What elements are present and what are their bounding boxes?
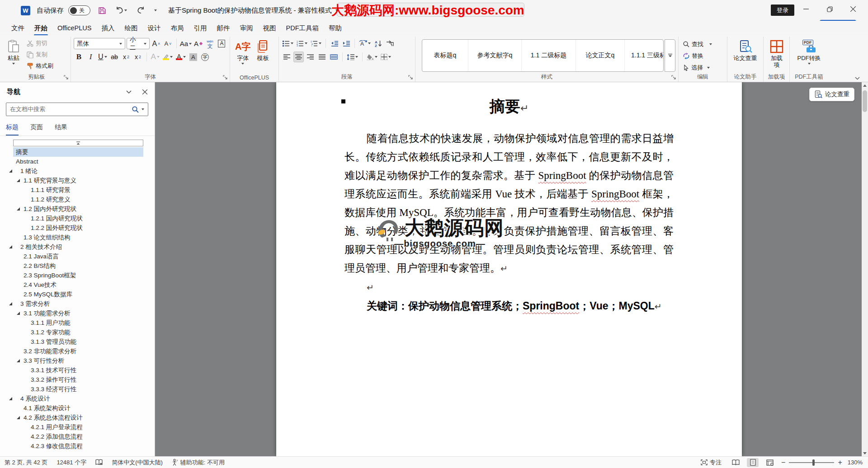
style-preset[interactable]: 1.1.1 三级标题 (625, 40, 664, 71)
font-dialog-launcher[interactable] (223, 75, 228, 80)
autosave-toggle[interactable]: 关 (68, 5, 90, 15)
nav-item[interactable]: 4.2.1 用户登录流程 (0, 422, 155, 432)
restore-button[interactable] (819, 0, 840, 18)
superscript-button[interactable]: x2 (133, 51, 143, 62)
menu-tab-视图[interactable]: 视图 (258, 22, 281, 35)
nav-item[interactable]: 摘要 (13, 147, 143, 157)
nav-item[interactable]: 4 系统设计 (0, 394, 155, 403)
expand-triangle-icon[interactable] (17, 179, 20, 182)
menu-tab-插入[interactable]: 插入 (97, 22, 120, 35)
styles-more-button[interactable] (665, 39, 675, 72)
nav-item[interactable]: 1.2.1 国内研究现状 (0, 214, 155, 223)
font-color-button[interactable]: A (175, 51, 187, 62)
nav-item[interactable]: 3.1.1 用户功能 (0, 318, 155, 328)
nav-item[interactable]: 4.1 系统架构设计 (0, 403, 155, 413)
style-preset[interactable]: 1.1 二级标题 (522, 40, 576, 71)
vertical-scrollbar[interactable] (862, 82, 868, 456)
expand-triangle-icon[interactable] (9, 397, 12, 400)
italic-button[interactable]: I (85, 51, 96, 62)
scroll-up-arrow[interactable] (862, 82, 868, 89)
paste-button[interactable]: 粘贴 (5, 38, 22, 73)
scrollbar-thumb[interactable] (863, 90, 867, 112)
nav-item[interactable]: 1.1.1 研究背景 (0, 185, 155, 195)
save-button[interactable] (97, 5, 108, 16)
undo-button[interactable] (114, 5, 128, 16)
sort-button[interactable]: AZ (373, 38, 383, 49)
highlight-color-button[interactable] (162, 51, 174, 62)
asian-layout-button[interactable]: A (358, 38, 372, 49)
officeplus-templates-button[interactable]: 模板 (254, 38, 271, 73)
scroll-to-top-button[interactable] (13, 140, 143, 146)
word-count[interactable]: 12481 个字 (57, 459, 86, 467)
nav-item[interactable]: 1.2 国内外研究现状 (0, 204, 155, 214)
clipboard-dialog-launcher[interactable] (64, 75, 69, 80)
nav-item[interactable]: 3.3.3 经济可行性 (0, 384, 155, 394)
addins-button[interactable]: 加载项 (766, 38, 787, 73)
styles-dialog-launcher[interactable] (671, 75, 677, 80)
expand-triangle-icon[interactable] (17, 359, 20, 362)
word-logo-icon[interactable]: W (21, 6, 30, 15)
accessibility-status[interactable]: ? 辅助功能: 不可用 (172, 459, 225, 467)
menu-tab-邮件[interactable]: 邮件 (212, 22, 235, 35)
nav-item[interactable]: 2.2 B/S结构 (0, 261, 155, 271)
menu-tab-文件[interactable]: 文件 (6, 22, 29, 35)
numbering-button[interactable]: 123 (296, 38, 308, 49)
focus-mode-button[interactable]: 专注 (701, 459, 722, 467)
scroll-down-arrow[interactable] (862, 450, 868, 456)
text-effects-button[interactable]: A (150, 51, 160, 62)
nav-item[interactable]: 2.5 MySQL数据库 (0, 290, 155, 299)
nav-item[interactable]: 3 需求分析 (0, 299, 155, 309)
bold-button[interactable]: B (74, 51, 84, 62)
nav-search-input[interactable]: 在文档中搜索 (6, 103, 148, 116)
style-preset[interactable]: 论文正文q (576, 40, 625, 71)
justify-button[interactable] (317, 51, 327, 62)
expand-triangle-icon[interactable] (17, 312, 20, 315)
zoom-out-button[interactable]: − (781, 459, 785, 467)
nav-item[interactable]: 3.3 可行性分析 (0, 356, 155, 365)
paragraph-dialog-launcher[interactable] (408, 75, 414, 80)
expand-triangle-icon[interactable] (17, 416, 20, 419)
phonetic-guide-button[interactable]: wén 文 (205, 38, 215, 49)
format-painter-button[interactable]: 格式刷 (25, 61, 55, 71)
nav-tab-标题[interactable]: 标题 (6, 123, 19, 136)
clear-formatting-button[interactable]: A (193, 38, 203, 49)
nav-item[interactable]: 4.2.2 添加信息流程 (0, 432, 155, 441)
replace-button[interactable]: 替换 (681, 51, 724, 61)
nav-pane-options-button[interactable] (126, 90, 132, 94)
shading-button[interactable] (366, 51, 378, 62)
nav-tab-结果[interactable]: 结果 (55, 123, 67, 136)
print-layout-button[interactable] (747, 458, 759, 467)
select-button[interactable]: 选择 (681, 62, 724, 73)
decrease-indent-button[interactable] (329, 38, 340, 49)
nav-item[interactable]: 2 相关技术介绍 (0, 242, 155, 252)
align-left-button[interactable] (282, 51, 292, 62)
document-title[interactable]: 基于Spring Boot的保护动物信息管理系统 - 兼容性模式 (168, 6, 338, 15)
font-size-combo[interactable]: 小二 (127, 38, 150, 49)
zoom-slider-thumb[interactable] (812, 459, 815, 466)
nav-pane-close-button[interactable] (142, 89, 147, 94)
menu-tab-OfficePLUS[interactable]: OfficePLUS (52, 22, 97, 34)
page-indicator[interactable]: 第 2 页, 共 42 页 (5, 459, 47, 467)
redo-button[interactable] (135, 5, 146, 16)
nav-item[interactable]: 4.2 系统总体流程设计 (0, 413, 155, 422)
increase-indent-button[interactable] (341, 38, 351, 49)
nav-item[interactable]: 3.3.2 操作可行性 (0, 375, 155, 384)
nav-item[interactable]: 1 绪论 (0, 166, 155, 176)
cut-button[interactable]: 剪切 (25, 38, 55, 49)
enclose-characters-button[interactable]: 字 (200, 51, 210, 62)
subscript-button[interactable]: x2 (121, 51, 132, 62)
expand-triangle-icon[interactable] (17, 207, 20, 211)
paper-check-float-button[interactable]: 论文查重 (809, 88, 854, 101)
zoom-in-button[interactable]: + (838, 459, 842, 467)
nav-item[interactable]: 1.3 论文组织结构 (0, 233, 155, 242)
menu-tab-帮助[interactable]: 帮助 (324, 22, 347, 35)
expand-triangle-icon[interactable] (9, 302, 12, 305)
distribute-button[interactable] (329, 51, 339, 62)
officeplus-fonts-button[interactable]: A字 字体 (233, 38, 253, 73)
multilevel-list-button[interactable]: 1ai (310, 38, 322, 49)
style-preset[interactable]: 表标题q (422, 40, 468, 71)
copy-button[interactable]: 复制 (25, 49, 55, 60)
character-border-button[interactable]: A (217, 38, 227, 49)
nav-item[interactable]: 1.1.2 研究意义 (0, 195, 155, 204)
align-right-button[interactable] (305, 51, 316, 62)
